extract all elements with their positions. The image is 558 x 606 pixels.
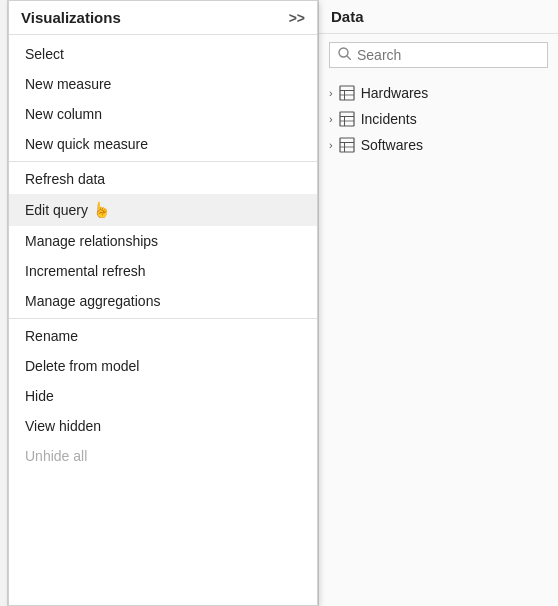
menu-item-new-column[interactable]: New column: [9, 99, 317, 129]
menu-item-label: Refresh data: [25, 171, 105, 187]
menu-item-label: Hide: [25, 388, 54, 404]
table-icon: [339, 137, 355, 153]
menu-item-label: New measure: [25, 76, 111, 92]
menu-item-edit-query[interactable]: Edit query☝: [9, 194, 317, 226]
chevron-right-icon: ›: [329, 87, 333, 99]
search-input[interactable]: [357, 47, 539, 63]
data-item-label: Hardwares: [361, 85, 429, 101]
chevron-right-icon: ›: [329, 113, 333, 125]
search-box: [329, 42, 548, 68]
cursor-icon: ☝: [92, 201, 111, 219]
svg-rect-10: [340, 138, 354, 152]
data-item-hardwares[interactable]: › Hardwares: [319, 80, 558, 106]
data-item-label: Softwares: [361, 137, 423, 153]
menu-item-label: Incremental refresh: [25, 263, 146, 279]
menu-item-label: Manage aggregations: [25, 293, 160, 309]
menu-item-label: Select: [25, 46, 64, 62]
menu-item-delete-from-model[interactable]: Delete from model: [9, 351, 317, 381]
menu-item-new-quick-measure[interactable]: New quick measure: [9, 129, 317, 159]
data-panel-title: Data: [319, 0, 558, 34]
data-item-incidents[interactable]: › Incidents: [319, 106, 558, 132]
data-item-softwares[interactable]: › Softwares: [319, 132, 558, 158]
search-icon: [338, 47, 351, 63]
svg-rect-6: [340, 112, 354, 126]
data-panel: Data › Hardwares› Incidents› Softwares: [318, 0, 558, 606]
panel-header: Visualizations >>: [9, 1, 317, 35]
menu-item-refresh-data[interactable]: Refresh data: [9, 164, 317, 194]
menu-item-label: Unhide all: [25, 448, 87, 464]
menu-item-hide[interactable]: Hide: [9, 381, 317, 411]
menu-item-manage-aggregations[interactable]: Manage aggregations: [9, 286, 317, 316]
menu-item-view-hidden[interactable]: View hidden: [9, 411, 317, 441]
table-icon: [339, 111, 355, 127]
data-item-label: Incidents: [361, 111, 417, 127]
menu-item-select[interactable]: Select: [9, 39, 317, 69]
svg-line-1: [347, 56, 351, 60]
menu-item-rename[interactable]: Rename: [9, 321, 317, 351]
menu-divider: [9, 161, 317, 162]
menu-item-label: Edit query: [25, 202, 88, 218]
chevron-right-icon: ›: [329, 139, 333, 151]
menu-item-manage-relationships[interactable]: Manage relationships: [9, 226, 317, 256]
menu-item-label: New column: [25, 106, 102, 122]
menu-item-label: Delete from model: [25, 358, 139, 374]
menu-item-new-measure[interactable]: New measure: [9, 69, 317, 99]
menu-item-label: New quick measure: [25, 136, 148, 152]
menu-divider: [9, 318, 317, 319]
visualizations-menu: Visualizations >> SelectNew measureNew c…: [8, 0, 318, 606]
svg-rect-2: [340, 86, 354, 100]
panel-title: Visualizations: [21, 9, 121, 26]
menu-item-label: Manage relationships: [25, 233, 158, 249]
table-icon: [339, 85, 355, 101]
menu-item-label: Rename: [25, 328, 78, 344]
menu-item-label: View hidden: [25, 418, 101, 434]
data-items-list: › Hardwares› Incidents› Softwares: [319, 76, 558, 162]
menu-item-unhide-all: Unhide all: [9, 441, 317, 471]
menu-list: SelectNew measureNew columnNew quick mea…: [9, 35, 317, 605]
menu-item-incremental-refresh[interactable]: Incremental refresh: [9, 256, 317, 286]
expand-icon[interactable]: >>: [289, 10, 305, 26]
